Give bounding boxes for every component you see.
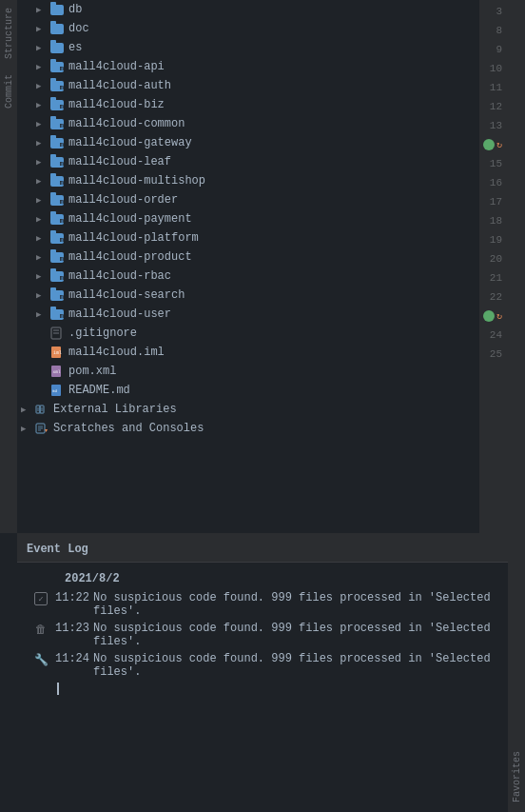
tree-item-mall4cloud-api[interactable]: ▶ mall4cloud-api bbox=[17, 57, 477, 76]
line-21: 21 bbox=[490, 268, 502, 287]
tree-label: es bbox=[68, 41, 82, 54]
svg-text:xml: xml bbox=[53, 369, 61, 374]
event-log-content[interactable]: 2021/8/2 ✓ 11:22 No suspicious code foun… bbox=[17, 563, 508, 812]
orange-arrow-icon-2: ↻ bbox=[496, 310, 502, 322]
left-sidebar-tabs: Structure Commit bbox=[0, 0, 17, 533]
tree-label: mall4cloud-multishop bbox=[68, 174, 205, 188]
tree-item-es[interactable]: ▶ es bbox=[17, 38, 477, 57]
event-log-title: Event Log bbox=[27, 543, 88, 556]
expand-arrow: ▶ bbox=[36, 176, 49, 187]
line-14: ↻ bbox=[483, 135, 502, 154]
right-sidebar-favorites[interactable]: Favorites bbox=[508, 0, 525, 812]
log-entry-3: 🔧 11:24 No suspicious code found. 999 fi… bbox=[17, 650, 508, 681]
line-17: 17 bbox=[490, 192, 502, 211]
sidebar-tab-commit[interactable]: Commit bbox=[2, 67, 16, 116]
tree-label: mall4cloud.iml bbox=[68, 346, 165, 359]
sidebar-tab-structure[interactable]: Structure bbox=[2, 0, 16, 67]
main-window: Structure Commit Favorites 3 8 9 10 11 1… bbox=[0, 0, 525, 812]
module-folder-icon bbox=[49, 230, 65, 246]
module-folder-icon bbox=[49, 135, 65, 150]
tree-label: doc bbox=[68, 22, 89, 35]
tree-item-mall4cloud-leaf[interactable]: ▶ mall4cloud-leaf bbox=[17, 152, 477, 171]
tree-item-mall4cloud-rbac[interactable]: ▶ mall4cloud-rbac bbox=[17, 267, 477, 286]
file-tree-section: 3 8 9 10 11 12 13 ↻ 15 16 17 18 19 20 bbox=[17, 0, 508, 533]
tree-label: Scratches and Consoles bbox=[53, 422, 204, 435]
expand-arrow: ▶ bbox=[36, 43, 49, 53]
expand-arrow: ▶ bbox=[36, 119, 49, 129]
module-folder-icon bbox=[49, 173, 65, 188]
expand-arrow: ▶ bbox=[21, 424, 34, 434]
log-icon-col-1: ✓ bbox=[27, 591, 55, 605]
line-23: ↻ bbox=[483, 307, 502, 326]
tree-label: mall4cloud-biz bbox=[68, 98, 165, 111]
expand-arrow: ▶ bbox=[21, 405, 34, 415]
module-folder-icon bbox=[49, 78, 65, 93]
external-libraries-icon bbox=[34, 402, 49, 417]
tree-item-mall4cloud-common[interactable]: ▶ mall4cloud-common bbox=[17, 114, 477, 133]
module-folder-icon bbox=[49, 307, 65, 322]
pom-file-icon: xml bbox=[49, 364, 65, 379]
tree-item-mall4cloud-auth[interactable]: ▶ mall4cloud-auth bbox=[17, 76, 477, 95]
tree-item-mall4cloud-multishop[interactable]: ▶ mall4cloud-multishop bbox=[17, 171, 477, 190]
line-20: 20 bbox=[490, 249, 502, 268]
tree-item-pom-xml[interactable]: ▶ xml pom.xml bbox=[17, 362, 477, 381]
folder-icon bbox=[49, 2, 65, 17]
tree-label: mall4cloud-product bbox=[68, 250, 192, 264]
module-folder-icon bbox=[49, 192, 65, 208]
iml-file-icon: iml bbox=[49, 345, 65, 360]
folder-icon bbox=[49, 21, 65, 36]
module-folder-icon bbox=[49, 211, 65, 227]
tree-label: mall4cloud-auth bbox=[68, 79, 171, 92]
module-folder-icon bbox=[49, 154, 65, 169]
tree-item-mall4cloud-product[interactable]: ▶ mall4cloud-product bbox=[17, 248, 477, 267]
tree-label: .gitignore bbox=[68, 327, 137, 340]
tree-item-mall4cloud-user[interactable]: ▶ mall4cloud-user bbox=[17, 305, 477, 324]
gitignore-file-icon bbox=[49, 326, 65, 341]
tree-label: mall4cloud-order bbox=[68, 193, 178, 207]
tree-item-gitignore[interactable]: ▶ .gitignore bbox=[17, 324, 477, 343]
favorites-label[interactable]: Favorites bbox=[512, 751, 522, 802]
tree-label: mall4cloud-leaf bbox=[68, 155, 171, 168]
tree-item-mall4cloud-search[interactable]: ▶ mall4cloud-search bbox=[17, 286, 477, 305]
svg-text:iml: iml bbox=[53, 349, 62, 355]
tree-label: README.md bbox=[68, 384, 130, 397]
tree-item-mall4cloud-order[interactable]: ▶ mall4cloud-order bbox=[17, 190, 477, 209]
tree-label: db bbox=[68, 3, 82, 16]
module-folder-icon bbox=[49, 268, 65, 284]
tree-item-readme[interactable]: ▶ md README.md bbox=[17, 381, 477, 400]
expand-arrow: ▶ bbox=[36, 157, 49, 168]
expand-arrow: ▶ bbox=[36, 195, 49, 206]
tree-item-mall4cloud-biz[interactable]: ▶ mall4cloud-biz bbox=[17, 95, 477, 114]
log-wrench-icon: 🔧 bbox=[34, 653, 49, 667]
line-18: 18 bbox=[490, 211, 502, 230]
log-icon-empty bbox=[27, 683, 55, 683]
line-9: 9 bbox=[496, 40, 502, 59]
file-tree: ▶ db ▶ doc ▶ es ▶ bbox=[17, 0, 477, 533]
tree-label: mall4cloud-api bbox=[68, 60, 165, 73]
line-number-gutter: 3 8 9 10 11 12 13 ↻ 15 16 17 18 19 20 bbox=[479, 0, 508, 533]
tree-item-mall4cloud-payment[interactable]: ▶ mall4cloud-payment bbox=[17, 209, 477, 228]
expand-arrow: ▶ bbox=[36, 290, 49, 301]
tree-item-scratches[interactable]: ▶ Scratches and Consoles bbox=[17, 419, 477, 438]
tree-item-external-libraries[interactable]: ▶ External Libraries bbox=[17, 400, 477, 419]
tree-label: mall4cloud-search bbox=[68, 288, 185, 302]
expand-arrow: ▶ bbox=[36, 309, 49, 320]
line-16: 16 bbox=[490, 173, 502, 192]
tree-item-mall4cloud-gateway[interactable]: ▶ mall4cloud-gateway bbox=[17, 133, 477, 152]
expand-arrow: ▶ bbox=[36, 138, 49, 149]
tree-item-doc[interactable]: ▶ doc bbox=[17, 19, 477, 38]
tree-label: mall4cloud-user bbox=[68, 307, 171, 321]
line-15: 15 bbox=[490, 154, 502, 173]
tree-item-db[interactable]: ▶ db bbox=[17, 0, 477, 19]
line-12: 12 bbox=[490, 97, 502, 116]
tree-item-mall4cloud-iml[interactable]: ▶ iml mall4cloud.iml bbox=[17, 343, 477, 362]
scratches-icon bbox=[34, 421, 49, 436]
log-check-icon: ✓ bbox=[34, 592, 48, 605]
event-log-header: Event Log bbox=[17, 536, 508, 563]
log-icon-col-3: 🔧 bbox=[27, 652, 55, 667]
tree-label: mall4cloud-rbac bbox=[68, 269, 171, 283]
log-entry-1: ✓ 11:22 No suspicious code found. 999 fi… bbox=[17, 589, 508, 620]
log-date: 2021/8/2 bbox=[17, 568, 508, 589]
expand-arrow: ▶ bbox=[36, 5, 49, 15]
tree-item-mall4cloud-platform[interactable]: ▶ mall4cloud-platform bbox=[17, 228, 477, 248]
